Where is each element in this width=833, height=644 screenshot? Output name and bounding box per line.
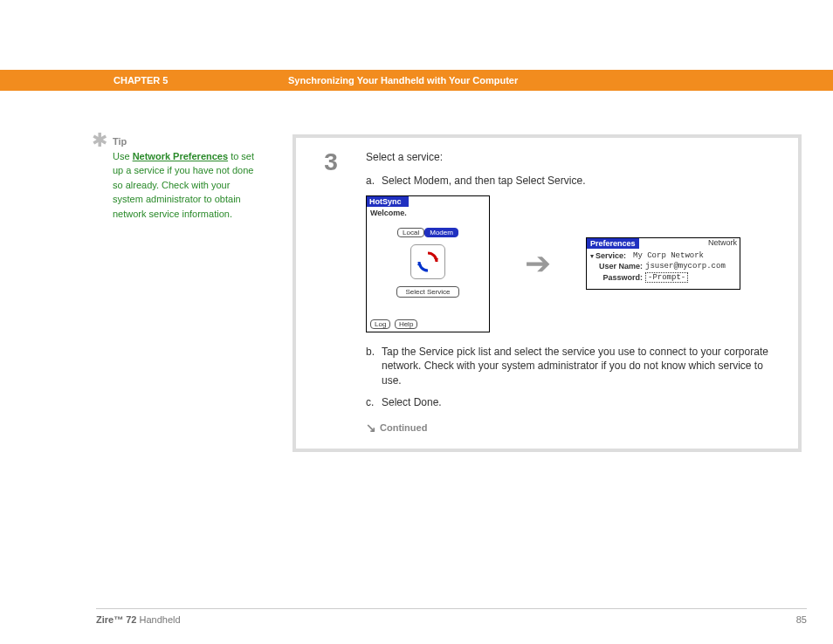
step-content: Select a service: a. Select Modem, and t… [366, 147, 798, 435]
tip-block: ✱ Tip Use Network Preferences to set up … [92, 134, 258, 221]
tip-content: Tip Use Network Preferences to set up a … [113, 134, 258, 221]
product-rest: Handheld [136, 614, 180, 625]
step-c-text: Select Done. [382, 395, 442, 410]
password-row: Password: -Prompt- [587, 271, 740, 284]
service-label: Service: [595, 251, 633, 260]
step-a-text: Select Modem, and then tap Select Servic… [382, 174, 585, 188]
tip-prefix: Use [113, 151, 133, 161]
hotsync-screen: HotSync Welcome. LocalModem [366, 195, 490, 332]
step-b-text: Tap the Service pick list and select the… [382, 345, 781, 388]
password-value[interactable]: -Prompt- [645, 272, 688, 283]
hotsync-tabs: LocalModem [367, 228, 489, 237]
continued-indicator: ↘ Continued [366, 421, 781, 435]
product-bold: Zire™ 72 [96, 614, 136, 625]
step-a: a. Select Modem, and then tap Select Ser… [366, 174, 781, 188]
product-name: Zire™ 72 Handheld [96, 614, 181, 625]
modem-tab[interactable]: Modem [424, 228, 458, 237]
screenshots-row: HotSync Welcome. LocalModem [366, 195, 781, 332]
chapter-header: CHAPTER 5 Synchronizing Your Handheld wi… [0, 70, 833, 91]
service-row: ▾ Service: My Corp Network [587, 250, 740, 261]
step-a-letter: a. [366, 174, 382, 188]
chapter-title: Synchronizing Your Handheld with Your Co… [288, 75, 518, 86]
hotsync-welcome: Welcome. [367, 207, 489, 219]
step-b-letter: b. [366, 345, 382, 388]
password-label: Password: [590, 273, 645, 282]
page-body: ✱ Tip Use Network Preferences to set up … [0, 134, 833, 452]
service-value[interactable]: My Corp Network [633, 251, 704, 260]
step-number: 3 [296, 150, 366, 435]
page-footer: Zire™ 72 Handheld 85 [96, 608, 807, 625]
continued-arrow-icon: ↘ [366, 421, 376, 435]
local-tab[interactable]: Local [397, 228, 424, 237]
prefs-title: Preferences [587, 238, 639, 249]
arrow-right-icon: ➔ [525, 245, 551, 282]
step-b: b. Tap the Service pick list and select … [366, 345, 781, 388]
asterisk-icon: ✱ [92, 134, 107, 221]
prefs-category[interactable]: Network [708, 238, 737, 249]
prefs-titlebar: Preferences Network [587, 238, 740, 250]
log-button[interactable]: Log [370, 319, 390, 329]
preferences-screen: Preferences Network ▾ Service: My Corp N… [586, 237, 740, 290]
step-intro: Select a service: [366, 150, 781, 165]
hotsync-title: HotSync [367, 196, 409, 207]
continued-label: Continued [380, 422, 427, 433]
hotsync-icon[interactable] [410, 244, 445, 279]
username-label: User Name: [590, 262, 645, 271]
step-c: c. Select Done. [366, 395, 781, 410]
page-number: 85 [796, 614, 807, 625]
dropdown-caret-icon[interactable]: ▾ [590, 252, 594, 260]
tip-sidebar: ✱ Tip Use Network Preferences to set up … [92, 134, 258, 452]
select-service-button[interactable]: Select Service [396, 286, 459, 298]
step-c-letter: c. [366, 395, 382, 410]
tip-label: Tip [113, 136, 127, 147]
username-row: User Name: jsuser@mycorp.com [587, 261, 740, 271]
hotsync-bottom-bar: Log Help [370, 319, 419, 329]
step-panel: 3 Select a service: a. Select Modem, and… [293, 134, 802, 452]
help-button[interactable]: Help [395, 319, 417, 329]
chapter-number: CHAPTER 5 [114, 75, 288, 86]
network-preferences-link[interactable]: Network Preferences [133, 151, 228, 161]
username-value[interactable]: jsuser@mycorp.com [645, 262, 726, 271]
